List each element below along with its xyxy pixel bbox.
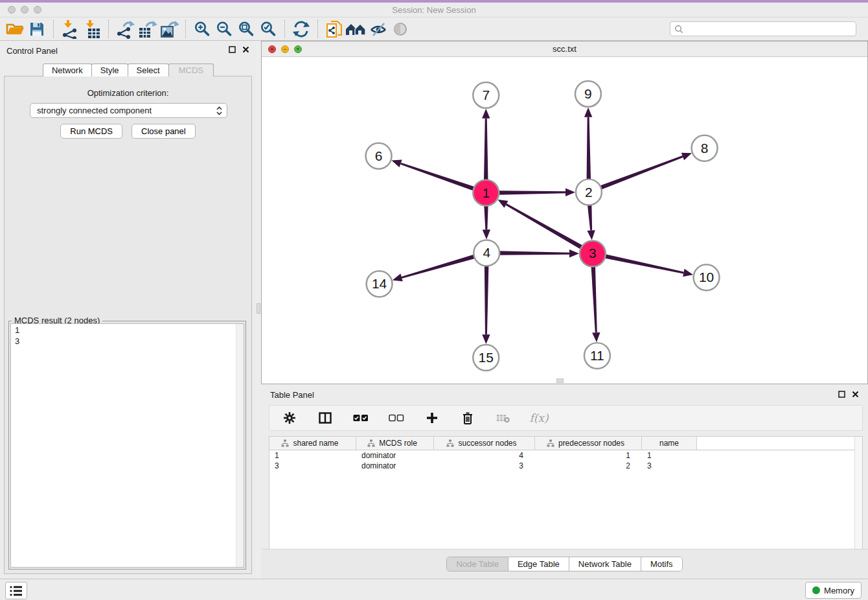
graph-edge-3-1[interactable] <box>497 200 584 250</box>
column-header-name[interactable]: name <box>642 437 697 450</box>
graph-edge-1-7[interactable] <box>482 109 490 182</box>
graph-edge-2-9[interactable] <box>584 108 592 181</box>
graph-edge-3-10[interactable] <box>603 254 693 277</box>
table-cell[interactable]: 3 <box>269 461 356 470</box>
graph-node-11[interactable]: 11 <box>584 343 610 369</box>
navigator-button[interactable] <box>389 19 411 40</box>
edge-arrowhead <box>565 189 575 196</box>
canvas-scroll-nub[interactable] <box>556 378 564 383</box>
import-network-button[interactable] <box>59 19 81 40</box>
graph-node-4[interactable]: 4 <box>474 240 499 266</box>
home-button[interactable] <box>345 19 367 40</box>
table-cell[interactable]: dominator <box>356 461 434 470</box>
graph-node-8[interactable]: 8 <box>692 135 718 161</box>
edge-body <box>506 203 584 250</box>
refresh-button[interactable] <box>290 19 312 40</box>
table-cell[interactable]: 1 <box>535 451 642 460</box>
graph-edge-2-8[interactable] <box>599 153 692 190</box>
graph-edge-4-14[interactable] <box>393 254 477 281</box>
split-view-button[interactable] <box>314 408 336 428</box>
export-table-button[interactable] <box>136 19 158 40</box>
close-panel-icon[interactable] <box>242 46 249 53</box>
table-row[interactable]: 3dominator323 <box>269 461 862 471</box>
trash-icon <box>462 411 474 424</box>
graph-edge-1-6[interactable] <box>391 159 476 191</box>
clone-network-button[interactable] <box>323 19 345 40</box>
graph-edge-4-15[interactable] <box>482 264 490 344</box>
zoom-selected-button[interactable] <box>257 19 279 40</box>
table-cell[interactable]: dominator <box>356 451 434 460</box>
function-builder-button[interactable]: f(x) <box>528 408 550 428</box>
tab-select[interactable]: Select <box>128 63 169 76</box>
table-settings-button[interactable] <box>279 408 301 428</box>
export-network-button[interactable] <box>114 19 136 40</box>
column-header-successor-nodes[interactable]: successor nodes <box>434 437 535 450</box>
toggle-graphics-details-button[interactable] <box>367 19 389 40</box>
column-header-MCDS-role[interactable]: MCDS role <box>356 437 434 450</box>
table-cell[interactable]: 3 <box>642 461 697 470</box>
graph-node-14[interactable]: 14 <box>367 271 393 297</box>
tab-style[interactable]: Style <box>91 63 128 76</box>
table-row[interactable]: 1dominator411 <box>269 450 862 461</box>
float-panel-icon[interactable] <box>838 391 845 398</box>
network-canvas[interactable]: 7968124314101511 <box>262 57 867 384</box>
graph-edge-1-4[interactable] <box>483 204 490 240</box>
delete-table-button[interactable] <box>492 408 514 428</box>
tab-mcds[interactable]: MCDS <box>168 63 214 76</box>
criterion-dropdown[interactable]: strongly connected component <box>30 103 227 118</box>
table-cell[interactable]: 3 <box>434 461 535 470</box>
zoom-in-button[interactable] <box>191 19 213 40</box>
run-mcds-button[interactable]: Run MCDS <box>60 124 122 139</box>
select-all-button[interactable] <box>350 408 372 428</box>
edge-arrowhead <box>592 332 600 342</box>
deselect-all-button[interactable] <box>385 408 407 428</box>
graph-node-7[interactable]: 7 <box>473 82 499 108</box>
splitter-grip[interactable] <box>257 303 260 314</box>
graph-edge-2-3[interactable] <box>587 203 595 240</box>
table-scrollbar[interactable] <box>854 437 862 549</box>
float-panel-icon[interactable] <box>229 46 236 53</box>
table-cell[interactable]: 1 <box>642 451 697 460</box>
tab-network[interactable]: Network <box>43 63 92 76</box>
search-input[interactable] <box>683 24 852 34</box>
graph-node-9[interactable]: 9 <box>575 81 601 107</box>
tab-node-table[interactable]: Node Table <box>447 557 508 571</box>
network-window-titlebar[interactable]: × − + scc.txt <box>262 41 867 57</box>
graph-node-1[interactable]: 1 <box>473 180 499 206</box>
table-cell[interactable]: 1 <box>269 451 356 460</box>
search-box[interactable] <box>670 21 856 36</box>
export-image-button[interactable] <box>158 19 180 40</box>
result-scrollbar[interactable] <box>236 324 244 567</box>
zoom-fit-icon <box>237 20 255 38</box>
zoom-out-button[interactable] <box>213 19 235 40</box>
mcds-result-area[interactable]: 13 <box>10 323 244 568</box>
add-row-button[interactable] <box>421 408 443 428</box>
import-table-button[interactable] <box>81 19 103 40</box>
graph-node-10[interactable]: 10 <box>694 264 720 290</box>
column-header-shared-name[interactable]: shared name <box>269 437 356 450</box>
graph-edge-1-2[interactable] <box>497 189 575 196</box>
column-header-predecessor-nodes[interactable]: predecessor nodes <box>535 437 642 450</box>
graph-edge-3-11[interactable] <box>591 264 600 342</box>
graph-node-15[interactable]: 15 <box>473 345 499 371</box>
delete-row-button[interactable] <box>457 408 479 428</box>
table-cell[interactable]: 2 <box>535 461 642 470</box>
table-cell[interactable]: 4 <box>434 451 535 460</box>
close-panel-button[interactable]: Close panel <box>131 124 196 139</box>
column-header-label: successor nodes <box>458 439 516 448</box>
tab-network-table[interactable]: Network Table <box>569 557 641 571</box>
graph-node-2[interactable]: 2 <box>576 179 602 205</box>
tab-edge-table[interactable]: Edge Table <box>508 557 569 571</box>
save-session-button[interactable] <box>26 19 48 40</box>
memory-button[interactable]: Memory <box>805 582 862 599</box>
save-session-icon <box>29 21 45 38</box>
graph-node-3[interactable]: 3 <box>580 240 606 266</box>
vertical-splitter[interactable] <box>256 41 261 579</box>
task-history-button[interactable] <box>5 582 27 599</box>
graph-node-6[interactable]: 6 <box>366 143 392 169</box>
zoom-fit-button[interactable] <box>235 19 257 40</box>
tab-motifs[interactable]: Motifs <box>641 557 682 571</box>
open-file-button[interactable] <box>4 19 26 40</box>
graph-edge-4-3[interactable] <box>497 249 579 257</box>
close-panel-icon[interactable] <box>852 391 859 398</box>
